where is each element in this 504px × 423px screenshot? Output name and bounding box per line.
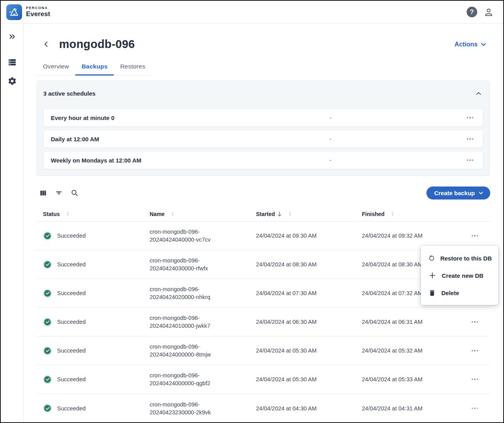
actions-dropdown-button[interactable]: Actions (454, 41, 486, 48)
caret-down-icon (479, 192, 483, 194)
percona-everest-logo[interactable] (6, 4, 22, 20)
restore-icon (428, 254, 435, 262)
success-check-icon (43, 346, 52, 355)
row-menu-icon[interactable] (471, 233, 479, 239)
row-menu-icon[interactable] (471, 376, 479, 382)
collapse-chevron-up-icon[interactable] (473, 88, 484, 99)
column-label: Started (256, 211, 275, 217)
status-label: Succeeded (57, 376, 86, 382)
column-grip-icon[interactable]: ⋮ (170, 211, 175, 217)
started-at: 24/04/2024 at 07:30 AM (256, 290, 362, 296)
table-header: Status ⋮ Name ⋮ Started ⋮ Finished ⋮ (37, 207, 490, 222)
brand-percona: PERCONA (26, 6, 50, 10)
search-icon[interactable] (68, 187, 81, 199)
started-at: 24/04/2024 at 08:30 AM (256, 261, 362, 268)
backup-name: cron-mongodb-096-20240424020000-nhkrq (150, 285, 256, 301)
started-at: 24/04/2024 at 04:30 AM (256, 405, 362, 412)
row-menu-icon[interactable] (471, 319, 479, 325)
schedule-value: - (330, 136, 332, 142)
status-label: Succeeded (57, 347, 86, 354)
table-row[interactable]: Succeeded cron-mongodb-096-2024042323000… (37, 394, 490, 422)
column-grip-icon[interactable]: ⋮ (65, 211, 70, 217)
finished-at: 24/04/2024 at 06:31 AM (362, 319, 468, 325)
status-label: Succeeded (57, 290, 86, 296)
create-backup-button[interactable]: Create backup (426, 187, 490, 199)
brand-everest: Everest (26, 10, 50, 18)
backup-name: cron-mongodb-096-20240424040000-vc7cv (150, 228, 256, 244)
started-at: 24/04/2024 at 05:30 AM (256, 376, 362, 382)
tab-bar: Overview Backups Restores (37, 59, 152, 76)
columns-icon[interactable] (37, 187, 49, 199)
schedule-row: Every hour at minute 0 - (43, 109, 483, 127)
menu-item-restore-to-this-db[interactable]: Restore to this DB (421, 249, 498, 267)
table-row[interactable]: Succeeded cron-mongodb-096-2024042400000… (37, 365, 490, 394)
menu-item-label: Restore to this DB (440, 255, 492, 262)
sidebar-settings-icon[interactable] (4, 73, 20, 89)
finished-at: 24/04/2024 at 04:31 AM (362, 405, 468, 412)
schedule-label: Every hour at minute 0 (51, 115, 115, 121)
backup-name: cron-mongodb-096-20240424010000-jwkk7 (150, 314, 256, 330)
tab-backups[interactable]: Backups (75, 59, 114, 75)
sort-desc-arrow-icon[interactable] (277, 211, 282, 217)
tab-restores[interactable]: Restores (114, 59, 152, 75)
menu-item-label: Create new DB (442, 272, 484, 279)
backup-name: cron-mongodb-096-20240424030000-rfwfx (150, 257, 256, 272)
schedule-label: Weekly on Mondays at 12:00 AM (51, 157, 141, 164)
tab-overview[interactable]: Overview (37, 59, 75, 75)
success-check-icon (43, 289, 52, 298)
status-label: Succeeded (57, 405, 86, 412)
started-at: 24/04/2024 at 05:30 AM (256, 347, 362, 354)
status-label: Succeeded (57, 319, 86, 325)
column-header-started[interactable]: Started ⋮ (256, 211, 362, 217)
success-check-icon (43, 260, 52, 269)
schedule-menu-icon[interactable] (466, 115, 474, 121)
column-header-finished[interactable]: Finished ⋮ (362, 211, 468, 217)
backup-name: cron-mongodb-096-20240423230000-2k9vk (150, 401, 256, 416)
finished-at: 24/04/2024 at 09:32 AM (362, 233, 468, 239)
back-button[interactable] (40, 39, 52, 50)
column-label: Status (43, 211, 60, 217)
column-label: Name (150, 211, 165, 217)
row-context-menu: Restore to this DB Create new DB Delete (421, 246, 498, 305)
column-label: Finished (362, 211, 385, 217)
main-content: mongodb-096 Actions Overview Backups Res… (24, 24, 503, 422)
everest-mountain-icon (9, 7, 20, 18)
column-header-name[interactable]: Name ⋮ (150, 211, 256, 217)
schedule-label: Daily at 12:00 AM (51, 136, 99, 142)
create-backup-label: Create backup (434, 190, 475, 196)
help-icon[interactable]: ? (467, 7, 477, 17)
column-header-status[interactable]: Status ⋮ (43, 211, 150, 217)
schedules-panel: 3 active schedules Every hour at minute … (37, 81, 490, 176)
schedule-value: - (330, 157, 332, 163)
schedule-menu-icon[interactable] (466, 157, 474, 163)
user-account-icon[interactable] (484, 7, 494, 17)
backup-name: cron-mongodb-096-20240424000000-qgbf2 (150, 371, 256, 387)
table-toolbar: Create backup (37, 187, 490, 199)
sidebar (1, 24, 24, 422)
help-glyph: ? (470, 9, 474, 16)
menu-item-delete[interactable]: Delete (421, 284, 498, 301)
schedule-value: - (330, 115, 332, 121)
row-menu-icon[interactable] (471, 347, 479, 354)
sidebar-databases-icon[interactable] (4, 54, 20, 70)
actions-label: Actions (454, 41, 478, 48)
schedule-row: Daily at 12:00 AM - (43, 130, 483, 148)
schedule-menu-icon[interactable] (466, 136, 474, 142)
table-row[interactable]: Succeeded cron-mongodb-096-2024042400000… (37, 336, 490, 365)
filter-icon[interactable] (52, 187, 65, 199)
row-menu-icon[interactable] (471, 405, 479, 412)
menu-item-label: Delete (441, 290, 459, 296)
started-at: 24/04/2024 at 09:30 AM (256, 233, 362, 239)
brand-text: PERCONA Everest (26, 6, 50, 18)
column-grip-icon[interactable]: ⋮ (390, 211, 395, 217)
column-grip-icon[interactable]: ⋮ (287, 211, 293, 217)
top-bar: PERCONA Everest ? (1, 1, 503, 24)
started-at: 24/04/2024 at 06:30 AM (256, 319, 362, 325)
table-row[interactable]: Succeeded cron-mongodb-096-2024042401000… (37, 308, 490, 336)
success-check-icon (43, 318, 52, 327)
menu-item-create-new-db[interactable]: Create new DB (421, 267, 498, 284)
schedules-header: 3 active schedules (43, 81, 483, 105)
sidebar-expand-icon[interactable] (4, 29, 20, 44)
page-title: mongodb-096 (59, 38, 135, 51)
success-check-icon (43, 404, 52, 413)
